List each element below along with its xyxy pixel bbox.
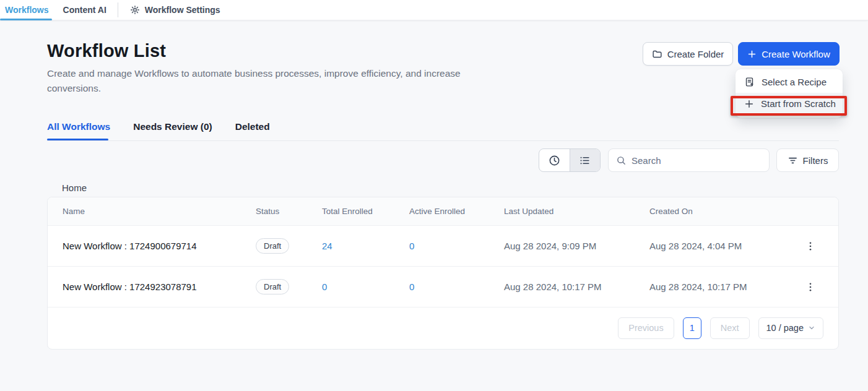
page-title: Workflow List bbox=[47, 41, 166, 61]
search-icon bbox=[616, 155, 627, 166]
create-workflow-label: Create Workflow bbox=[762, 49, 830, 59]
active-enrolled-link[interactable]: 0 bbox=[409, 281, 504, 292]
table-row: New Workflow : 1724900679714 Draft 24 0 … bbox=[48, 226, 838, 267]
filters-button[interactable]: Filters bbox=[776, 148, 839, 172]
workflow-name-link[interactable]: New Workflow : 1724923078791 bbox=[63, 281, 256, 292]
dropdown-item-select-recipe[interactable]: Select a Recipe bbox=[736, 71, 843, 93]
tab-needs-review[interactable]: Needs Review (0) bbox=[133, 121, 212, 140]
pagination-page-1-button[interactable]: 1 bbox=[683, 317, 701, 339]
tabs-divider-line bbox=[47, 140, 839, 141]
dropdown-item-start-from-scratch[interactable]: Start from Scratch bbox=[736, 93, 843, 114]
nav-item-workflow-settings[interactable]: Workflow Settings bbox=[130, 5, 220, 15]
nav-active-underline bbox=[0, 19, 52, 20]
list-view-button[interactable] bbox=[570, 149, 601, 171]
tab-all-workflows[interactable]: All Workflows bbox=[47, 121, 110, 140]
status-badge: Draft bbox=[256, 238, 289, 254]
column-header-active-enrolled: Active Enrolled bbox=[409, 207, 504, 216]
select-recipe-label: Select a Recipe bbox=[762, 77, 827, 87]
pagination-next-button[interactable]: Next bbox=[710, 317, 750, 339]
created-on-value: Aug 28 2024, 10:17 PM bbox=[649, 281, 801, 292]
workflow-table-card: Name Status Total Enrolled Active Enroll… bbox=[47, 197, 839, 350]
nav-settings-label: Workflow Settings bbox=[145, 5, 220, 15]
breadcrumb-home[interactable]: Home bbox=[62, 183, 87, 193]
page-subtitle: Create and manage Workflows to automate … bbox=[47, 66, 510, 96]
top-nav: Workflows Content AI Workflow Settings bbox=[0, 0, 868, 20]
recent-view-button[interactable] bbox=[539, 149, 570, 171]
search-input[interactable] bbox=[631, 155, 769, 166]
create-folder-button[interactable]: Create Folder bbox=[643, 42, 733, 66]
nav-tab-content-ai[interactable]: Content AI bbox=[63, 5, 106, 15]
status-badge: Draft bbox=[256, 279, 289, 294]
row-menu-button[interactable] bbox=[801, 281, 816, 293]
tab-deleted[interactable]: Deleted bbox=[235, 121, 270, 140]
column-header-name: Name bbox=[63, 207, 256, 216]
created-on-value: Aug 28 2024, 4:04 PM bbox=[649, 241, 801, 251]
clock-icon bbox=[549, 155, 560, 166]
pagination-previous-button[interactable]: Previous bbox=[618, 317, 674, 339]
create-folder-label: Create Folder bbox=[667, 49, 724, 59]
search-box bbox=[608, 148, 770, 172]
active-tab-underline bbox=[47, 139, 108, 140]
column-header-last-updated: Last Updated bbox=[504, 207, 649, 216]
column-header-created-on: Created On bbox=[649, 207, 801, 216]
folder-icon bbox=[652, 49, 662, 59]
plus-icon bbox=[747, 49, 757, 59]
start-from-scratch-label: Start from Scratch bbox=[761, 98, 836, 109]
column-header-total-enrolled: Total Enrolled bbox=[322, 207, 409, 216]
kebab-icon bbox=[805, 241, 816, 252]
gear-icon bbox=[130, 5, 140, 15]
last-updated-value: Aug 28 2024, 9:09 PM bbox=[504, 241, 649, 251]
create-workflow-dropdown: Select a Recipe Start from Scratch bbox=[736, 69, 843, 118]
row-menu-button[interactable] bbox=[801, 241, 816, 252]
page-size-select[interactable]: 10 / page bbox=[758, 317, 823, 339]
nav-tab-workflows[interactable]: Workflows bbox=[5, 5, 49, 15]
total-enrolled-link[interactable]: 0 bbox=[322, 281, 409, 292]
column-header-status: Status bbox=[256, 207, 322, 216]
total-enrolled-link[interactable]: 24 bbox=[322, 241, 409, 251]
filters-label: Filters bbox=[803, 155, 828, 166]
view-toggle-group bbox=[539, 148, 601, 172]
last-updated-value: Aug 28 2024, 10:17 PM bbox=[504, 281, 649, 292]
table-row: New Workflow : 1724923078791 Draft 0 0 A… bbox=[48, 267, 838, 307]
page-size-label: 10 / page bbox=[766, 323, 804, 333]
active-enrolled-link[interactable]: 0 bbox=[409, 241, 504, 251]
plus-icon bbox=[744, 99, 754, 109]
list-icon bbox=[579, 155, 591, 166]
pagination-bar: Previous 1 Next 10 / page bbox=[48, 307, 838, 349]
workflow-tabs: All Workflows Needs Review (0) Deleted bbox=[47, 121, 270, 140]
recipe-document-icon bbox=[744, 77, 755, 87]
table-header-row: Name Status Total Enrolled Active Enroll… bbox=[48, 197, 838, 226]
kebab-icon bbox=[805, 281, 816, 293]
nav-divider bbox=[118, 2, 118, 17]
chevron-down-icon bbox=[808, 324, 815, 332]
workflow-name-link[interactable]: New Workflow : 1724900679714 bbox=[63, 241, 256, 251]
create-workflow-button[interactable]: Create Workflow bbox=[738, 42, 840, 66]
filter-icon bbox=[788, 155, 798, 166]
